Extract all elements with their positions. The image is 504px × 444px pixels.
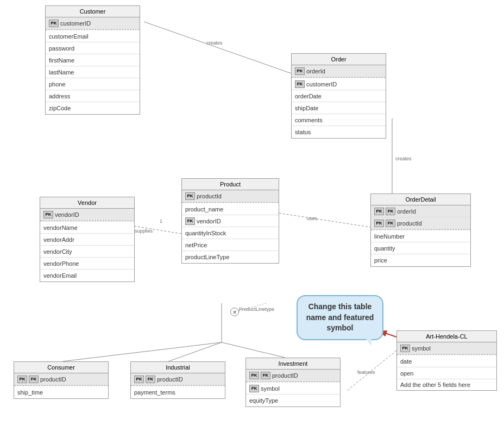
field-name: quantityInStock bbox=[185, 230, 226, 236]
pk-badge: PK bbox=[134, 376, 144, 383]
field-row: customerEmail bbox=[46, 30, 140, 42]
field-name: vendorCity bbox=[43, 248, 72, 255]
field-name: vendorID bbox=[55, 211, 79, 218]
field-row: lineNumber bbox=[371, 230, 470, 242]
svg-text:1: 1 bbox=[160, 218, 162, 224]
consumer-table: Consumer PK FK productID ship_time bbox=[14, 361, 109, 399]
field-name: shipDate bbox=[295, 105, 318, 111]
field-name: quantity bbox=[374, 245, 395, 252]
field-name: netPrice bbox=[185, 242, 207, 248]
field-name: vendorName bbox=[43, 224, 78, 231]
field-row: PK symbol bbox=[397, 342, 496, 354]
pk-badge: PK bbox=[295, 67, 305, 75]
callout-text: Change this table name and featured symb… bbox=[306, 302, 374, 332]
svg-text:supplies: supplies bbox=[135, 228, 153, 234]
field-row: product_name bbox=[182, 203, 279, 215]
field-name: vendorID bbox=[197, 218, 221, 224]
order-table-header: Order bbox=[292, 54, 386, 65]
field-name: orderId bbox=[397, 208, 416, 215]
diagram-canvas: creates creates supplies 1 uses features… bbox=[0, 0, 504, 444]
svg-line-11 bbox=[168, 342, 222, 361]
field-row: vendorCity bbox=[40, 246, 134, 258]
field-row: equityType bbox=[246, 395, 340, 407]
field-name: phone bbox=[49, 81, 66, 87]
investment-table: Investment PK FK productID FK symbol equ… bbox=[245, 358, 341, 407]
field-row: PK FK productID bbox=[131, 373, 225, 385]
field-name: product_name bbox=[185, 206, 223, 212]
svg-text:ProductLinetype: ProductLinetype bbox=[239, 307, 274, 312]
field-row: PK vendorID bbox=[40, 209, 134, 221]
field-row: PK FK productID bbox=[246, 370, 340, 382]
field-name: lastName bbox=[49, 69, 74, 76]
field-row: price bbox=[371, 254, 470, 266]
field-row: vendorName bbox=[40, 222, 134, 234]
field-row: FK symbol bbox=[246, 383, 340, 395]
field-row: productLineType bbox=[182, 251, 279, 263]
field-row: FK vendorID bbox=[182, 215, 279, 227]
field-name: customerID bbox=[60, 20, 91, 27]
field-name: vendorAddr bbox=[43, 236, 74, 243]
field-row: phone bbox=[46, 78, 140, 90]
field-name: comments bbox=[295, 117, 323, 123]
svg-line-13 bbox=[348, 351, 396, 390]
fk-badge: FK bbox=[261, 372, 270, 379]
investment-table-header: Investment bbox=[246, 358, 340, 370]
field-name: orderId bbox=[306, 68, 325, 74]
arthendela-table: Art-Hendela-CL PK symbol date open Add t… bbox=[396, 330, 497, 391]
orderdetail-table-header: OrderDetail bbox=[371, 194, 470, 205]
industrial-table: Industrial PK FK productID payment_terms bbox=[130, 361, 225, 399]
field-row: PK FK productID bbox=[14, 373, 108, 385]
fk-badge: FK bbox=[185, 217, 195, 225]
pk-badge: PK bbox=[374, 208, 384, 215]
field-row: zipCode bbox=[46, 102, 140, 114]
svg-text:creates: creates bbox=[395, 156, 412, 161]
field-row: shipDate bbox=[292, 102, 386, 114]
field-name: lineNumber bbox=[374, 233, 405, 240]
svg-line-10 bbox=[62, 342, 222, 361]
customer-table-header: Customer bbox=[46, 6, 140, 17]
svg-line-12 bbox=[222, 342, 285, 358]
fk-badge: FK bbox=[295, 80, 305, 88]
field-name: open bbox=[400, 370, 413, 377]
field-name: vendorPhone bbox=[43, 260, 79, 267]
field-row: vendorAddr bbox=[40, 234, 134, 246]
pk-badge: PK bbox=[49, 20, 59, 27]
field-row: payment_terms bbox=[131, 386, 225, 398]
orderdetail-table: OrderDetail PK FK orderId PK FK productI… bbox=[370, 193, 471, 267]
field-row: PK customerID bbox=[46, 17, 140, 29]
customer-table: Customer PK customerID customerEmail pas… bbox=[45, 5, 140, 115]
field-name: ship_time bbox=[17, 389, 43, 396]
product-table: Product PK productId product_name FK ven… bbox=[181, 178, 279, 264]
field-name: status bbox=[295, 129, 311, 135]
field-row: vendorPhone bbox=[40, 258, 134, 270]
field-name: price bbox=[374, 257, 387, 264]
svg-text:creates: creates bbox=[206, 40, 223, 46]
field-name: symbol bbox=[412, 345, 431, 352]
field-name: symbol bbox=[261, 385, 280, 392]
field-name: orderDate bbox=[295, 93, 322, 99]
field-name: productID bbox=[272, 372, 298, 379]
field-name: payment_terms bbox=[134, 389, 175, 396]
productlinetype-node: ✕ bbox=[230, 308, 239, 316]
pk-badge: PK bbox=[17, 376, 27, 383]
fk-badge: FK bbox=[146, 376, 155, 383]
field-row: quantity bbox=[371, 242, 470, 254]
field-row: netPrice bbox=[182, 239, 279, 251]
field-name: address bbox=[49, 93, 70, 99]
field-name: productId bbox=[197, 193, 222, 199]
svg-line-7 bbox=[272, 212, 370, 227]
svg-line-4 bbox=[130, 226, 181, 234]
fk-badge: FK bbox=[29, 376, 39, 383]
pk-badge: PK bbox=[400, 345, 410, 352]
field-name: Add the other 5 fields here bbox=[400, 382, 470, 388]
field-row: address bbox=[46, 90, 140, 102]
field-name: productLineType bbox=[185, 254, 229, 260]
field-name: customerEmail bbox=[49, 33, 89, 40]
fk-badge: FK bbox=[386, 208, 395, 215]
industrial-table-header: Industrial bbox=[131, 362, 225, 373]
svg-text:features: features bbox=[357, 370, 375, 375]
field-row: lastName bbox=[46, 66, 140, 78]
field-row: password bbox=[46, 42, 140, 54]
field-row: firstName bbox=[46, 54, 140, 66]
arthendela-table-header: Art-Hendela-CL bbox=[397, 331, 496, 342]
